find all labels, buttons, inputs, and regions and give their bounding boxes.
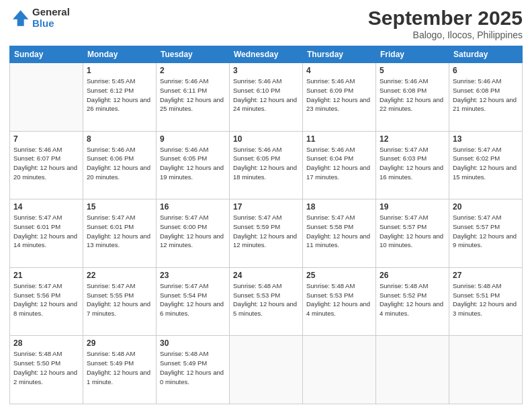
table-row: 16Sunrise: 5:47 AMSunset: 6:00 PMDayligh…	[157, 199, 230, 268]
day-number: 27	[453, 271, 519, 280]
logo: General Blue	[9, 7, 70, 29]
day-detail: Sunrise: 5:47 AMSunset: 5:59 PMDaylight:…	[233, 213, 299, 250]
day-number: 28	[13, 338, 79, 348]
table-row: 29Sunrise: 5:48 AMSunset: 5:49 PMDayligh…	[83, 336, 157, 404]
table-row: 5Sunrise: 5:46 AMSunset: 6:08 PMDaylight…	[376, 63, 449, 132]
day-number: 15	[87, 202, 152, 212]
table-row	[449, 336, 523, 404]
day-number: 9	[160, 134, 226, 144]
day-detail: Sunrise: 5:46 AMSunset: 6:10 PMDaylight:…	[233, 77, 299, 113]
page: General Blue September 2025 Balogo, Iloc…	[0, 0, 532, 411]
table-row	[303, 336, 376, 404]
calendar-table: Sunday Monday Tuesday Wednesday Thursday…	[9, 46, 523, 404]
day-number: 3	[233, 66, 299, 75]
location-subtitle: Balogo, Ilocos, Philippines	[368, 30, 523, 40]
day-detail: Sunrise: 5:47 AMSunset: 6:01 PMDaylight:…	[13, 213, 79, 250]
day-number: 2	[160, 66, 226, 75]
calendar-week-1: 1Sunrise: 5:45 AMSunset: 6:12 PMDaylight…	[10, 63, 523, 132]
table-row: 1Sunrise: 5:45 AMSunset: 6:12 PMDaylight…	[83, 63, 157, 132]
month-title: September 2025	[368, 7, 523, 30]
day-number: 10	[233, 134, 299, 144]
day-detail: Sunrise: 5:47 AMSunset: 5:57 PMDaylight:…	[453, 213, 519, 250]
day-detail: Sunrise: 5:46 AMSunset: 6:09 PMDaylight:…	[306, 77, 372, 113]
day-detail: Sunrise: 5:48 AMSunset: 5:52 PMDaylight:…	[380, 281, 445, 318]
day-detail: Sunrise: 5:47 AMSunset: 6:03 PMDaylight:…	[380, 145, 445, 182]
day-detail: Sunrise: 5:48 AMSunset: 5:53 PMDaylight:…	[233, 281, 299, 318]
day-detail: Sunrise: 5:47 AMSunset: 5:56 PMDaylight:…	[13, 281, 79, 318]
day-number: 8	[87, 134, 152, 144]
day-number: 5	[380, 66, 445, 75]
day-detail: Sunrise: 5:46 AMSunset: 6:11 PMDaylight:…	[160, 77, 226, 113]
day-number: 30	[160, 338, 226, 348]
day-number: 23	[160, 271, 226, 280]
calendar-week-4: 21Sunrise: 5:47 AMSunset: 5:56 PMDayligh…	[10, 267, 523, 336]
table-row	[230, 336, 303, 404]
day-detail: Sunrise: 5:46 AMSunset: 6:05 PMDaylight:…	[233, 145, 299, 182]
day-number: 7	[13, 134, 79, 144]
day-detail: Sunrise: 5:48 AMSunset: 5:53 PMDaylight:…	[306, 281, 372, 318]
table-row: 18Sunrise: 5:47 AMSunset: 5:58 PMDayligh…	[303, 199, 376, 268]
day-number: 11	[306, 134, 372, 144]
table-row: 19Sunrise: 5:47 AMSunset: 5:57 PMDayligh…	[376, 199, 449, 268]
table-row: 14Sunrise: 5:47 AMSunset: 6:01 PMDayligh…	[10, 199, 83, 268]
day-detail: Sunrise: 5:47 AMSunset: 5:55 PMDaylight:…	[87, 281, 152, 318]
table-row: 26Sunrise: 5:48 AMSunset: 5:52 PMDayligh…	[376, 267, 449, 336]
day-number: 17	[233, 202, 299, 212]
table-row: 2Sunrise: 5:46 AMSunset: 6:11 PMDaylight…	[157, 63, 230, 132]
day-detail: Sunrise: 5:47 AMSunset: 5:54 PMDaylight:…	[160, 281, 226, 318]
svg-marker-0	[13, 10, 28, 26]
table-row: 20Sunrise: 5:47 AMSunset: 5:57 PMDayligh…	[449, 199, 523, 268]
table-row: 28Sunrise: 5:48 AMSunset: 5:50 PMDayligh…	[10, 336, 83, 404]
title-section: September 2025 Balogo, Ilocos, Philippin…	[368, 7, 523, 40]
day-detail: Sunrise: 5:46 AMSunset: 6:05 PMDaylight:…	[160, 145, 226, 182]
col-sunday: Sunday	[10, 46, 83, 63]
table-row: 17Sunrise: 5:47 AMSunset: 5:59 PMDayligh…	[230, 199, 303, 268]
logo-icon	[9, 8, 30, 28]
table-row: 15Sunrise: 5:47 AMSunset: 6:01 PMDayligh…	[83, 199, 157, 268]
table-row: 25Sunrise: 5:48 AMSunset: 5:53 PMDayligh…	[303, 267, 376, 336]
table-row: 27Sunrise: 5:48 AMSunset: 5:51 PMDayligh…	[449, 267, 523, 336]
day-number: 29	[87, 338, 152, 348]
table-row	[376, 336, 449, 404]
calendar-week-5: 28Sunrise: 5:48 AMSunset: 5:50 PMDayligh…	[10, 336, 523, 404]
col-tuesday: Tuesday	[157, 46, 230, 63]
table-row: 30Sunrise: 5:48 AMSunset: 5:49 PMDayligh…	[157, 336, 230, 404]
day-detail: Sunrise: 5:46 AMSunset: 6:04 PMDaylight:…	[306, 145, 372, 182]
table-row: 6Sunrise: 5:46 AMSunset: 6:08 PMDaylight…	[449, 63, 523, 132]
day-detail: Sunrise: 5:45 AMSunset: 6:12 PMDaylight:…	[87, 77, 152, 113]
day-number: 16	[160, 202, 226, 212]
day-number: 24	[233, 271, 299, 280]
day-detail: Sunrise: 5:46 AMSunset: 6:06 PMDaylight:…	[87, 145, 152, 182]
logo-general: General	[32, 7, 70, 18]
table-row: 10Sunrise: 5:46 AMSunset: 6:05 PMDayligh…	[230, 131, 303, 199]
logo-blue: Blue	[32, 18, 70, 30]
day-detail: Sunrise: 5:46 AMSunset: 6:07 PMDaylight:…	[13, 145, 79, 182]
day-number: 22	[87, 271, 152, 280]
header-row: Sunday Monday Tuesday Wednesday Thursday…	[10, 46, 523, 63]
table-row: 12Sunrise: 5:47 AMSunset: 6:03 PMDayligh…	[376, 131, 449, 199]
day-detail: Sunrise: 5:48 AMSunset: 5:51 PMDaylight:…	[453, 281, 519, 318]
day-detail: Sunrise: 5:47 AMSunset: 5:58 PMDaylight:…	[306, 213, 372, 250]
day-number: 18	[306, 202, 372, 212]
header: General Blue September 2025 Balogo, Iloc…	[9, 7, 523, 40]
table-row: 21Sunrise: 5:47 AMSunset: 5:56 PMDayligh…	[10, 267, 83, 336]
day-number: 14	[13, 202, 79, 212]
day-detail: Sunrise: 5:48 AMSunset: 5:49 PMDaylight:…	[160, 349, 226, 386]
day-detail: Sunrise: 5:46 AMSunset: 6:08 PMDaylight:…	[380, 77, 445, 113]
day-number: 4	[306, 66, 372, 75]
table-row: 3Sunrise: 5:46 AMSunset: 6:10 PMDaylight…	[230, 63, 303, 132]
day-detail: Sunrise: 5:47 AMSunset: 6:01 PMDaylight:…	[87, 213, 152, 250]
table-row: 7Sunrise: 5:46 AMSunset: 6:07 PMDaylight…	[10, 131, 83, 199]
day-detail: Sunrise: 5:47 AMSunset: 6:02 PMDaylight:…	[453, 145, 519, 182]
table-row: 24Sunrise: 5:48 AMSunset: 5:53 PMDayligh…	[230, 267, 303, 336]
day-number: 25	[306, 271, 372, 280]
col-monday: Monday	[83, 46, 157, 63]
day-number: 12	[380, 134, 445, 144]
day-detail: Sunrise: 5:47 AMSunset: 6:00 PMDaylight:…	[160, 213, 226, 250]
table-row: 8Sunrise: 5:46 AMSunset: 6:06 PMDaylight…	[83, 131, 157, 199]
table-row: 4Sunrise: 5:46 AMSunset: 6:09 PMDaylight…	[303, 63, 376, 132]
day-number: 1	[87, 66, 152, 75]
logo-text: General Blue	[32, 7, 70, 29]
col-wednesday: Wednesday	[230, 46, 303, 63]
day-number: 13	[453, 134, 519, 144]
